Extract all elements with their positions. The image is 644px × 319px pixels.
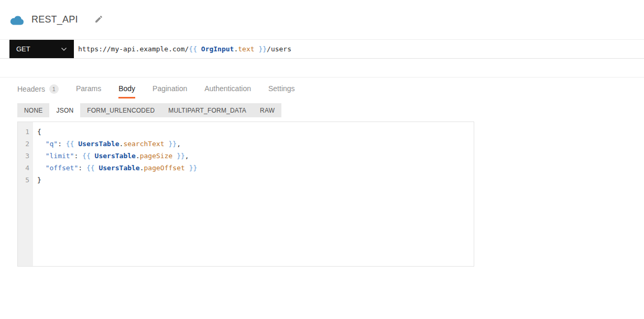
request-config-tabs: Headers1ParamsBodyPaginationAuthenticati… — [0, 77, 644, 100]
url-segment: /users — [267, 45, 291, 53]
tab-body[interactable]: Body — [118, 84, 135, 98]
code-token: . — [140, 164, 144, 172]
body-type-tab-raw[interactable]: RAW — [253, 103, 281, 117]
code-token: }} — [185, 164, 197, 172]
code-line: "q": {{ UsersTable.searchText }}, — [37, 138, 474, 150]
chevron-down-icon — [61, 45, 67, 53]
http-method-label: GET — [16, 45, 30, 53]
code-token: }} — [165, 140, 177, 148]
request-bar: GET https://my-api.example.com/{{ OrgInp… — [0, 39, 644, 59]
code-token: "limit" — [46, 152, 74, 160]
url-segment: }} — [255, 45, 267, 53]
line-number: 5 — [18, 174, 33, 186]
url-segment: https://my-api.example.com/ — [78, 45, 189, 53]
line-number: 2 — [18, 138, 33, 150]
line-number: 4 — [18, 162, 33, 174]
code-token: : — [78, 164, 86, 172]
api-name-title: REST_API — [31, 14, 78, 25]
code-token: UsersTable — [99, 164, 139, 172]
rest-api-editor-page: REST_API GET https://my-api.example.com/… — [0, 0, 644, 267]
body-type-tab-form-urlencoded[interactable]: FORM_URLENCODED — [80, 103, 161, 117]
code-token: { — [37, 128, 41, 136]
editor-code-pane[interactable]: { "q": {{ UsersTable.searchText }}, "lim… — [33, 122, 474, 266]
code-token: UsersTable — [95, 152, 136, 160]
code-token: UsersTable — [78, 140, 119, 148]
url-segment: text — [238, 45, 254, 53]
code-token: , — [177, 140, 181, 148]
edit-name-button[interactable] — [94, 15, 103, 25]
url-input[interactable]: https://my-api.example.com/{{ OrgInput.t… — [74, 40, 644, 58]
code-token: pageSize — [140, 152, 173, 160]
body-type-tabs: NONEJSONFORM_URLENCODEDMULTIPART_FORM_DA… — [17, 103, 281, 117]
body-type-tab-json[interactable]: JSON — [49, 103, 80, 117]
code-token: {{ — [86, 164, 99, 172]
code-token: : — [74, 152, 82, 160]
url-segment: {{ — [189, 45, 201, 53]
tab-label: Headers — [17, 85, 45, 93]
tab-label: Body — [118, 84, 135, 93]
code-token: {{ — [66, 140, 78, 148]
code-token: "q" — [46, 140, 58, 148]
http-method-dropdown[interactable]: GET — [9, 40, 74, 58]
url-segment: OrgInput — [201, 45, 234, 53]
url-segment: . — [234, 45, 238, 53]
editor-line-gutter: 12345 — [18, 122, 33, 266]
code-token: {{ — [82, 152, 94, 160]
code-token: , — [185, 152, 189, 160]
code-token: pageOffset — [144, 164, 185, 172]
tab-label: Authentication — [204, 84, 251, 93]
line-number: 3 — [18, 150, 33, 162]
pencil-icon — [94, 15, 103, 25]
code-line: "limit": {{ UsersTable.pageSize }}, — [37, 150, 474, 162]
header: REST_API — [0, 0, 644, 39]
json-body-editor[interactable]: 12345 { "q": {{ UsersTable.searchText }}… — [17, 122, 474, 267]
tab-headers[interactable]: Headers1 — [17, 84, 59, 98]
code-token: . — [136, 152, 140, 160]
code-token: searchText — [123, 140, 164, 148]
code-token — [37, 152, 46, 160]
tab-pagination[interactable]: Pagination — [152, 84, 187, 97]
tab-params[interactable]: Params — [76, 84, 101, 97]
code-token: } — [37, 176, 41, 184]
code-token: }} — [172, 152, 184, 160]
tab-label: Params — [76, 84, 101, 93]
code-token: "offset" — [46, 164, 79, 172]
body-type-tab-none[interactable]: NONE — [17, 103, 49, 117]
body-type-tab-multipart-form-data[interactable]: MULTIPART_FORM_DATA — [161, 103, 253, 117]
line-number: 1 — [18, 126, 33, 138]
tab-label: Pagination — [152, 84, 187, 93]
code-line: { — [37, 126, 474, 138]
code-line: } — [37, 174, 474, 186]
tab-label: Settings — [268, 84, 295, 93]
tab-settings[interactable]: Settings — [268, 84, 295, 97]
headers-count-badge: 1 — [49, 84, 59, 94]
code-token — [37, 140, 46, 148]
code-line: "offset": {{ UsersTable.pageOffset }} — [37, 162, 474, 174]
cloud-icon — [9, 15, 24, 25]
tab-authentication[interactable]: Authentication — [204, 84, 251, 97]
code-token — [37, 164, 46, 172]
code-token: : — [58, 140, 66, 148]
